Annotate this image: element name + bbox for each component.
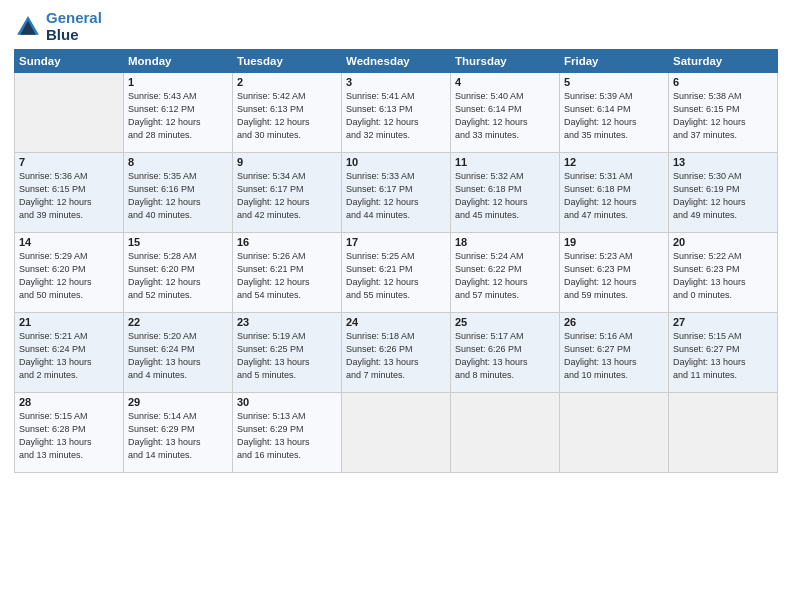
calendar-cell: 6Sunrise: 5:38 AM Sunset: 6:15 PM Daylig… — [669, 73, 778, 153]
day-info: Sunrise: 5:14 AM Sunset: 6:29 PM Dayligh… — [128, 410, 228, 462]
day-info: Sunrise: 5:33 AM Sunset: 6:17 PM Dayligh… — [346, 170, 446, 222]
logo-icon — [14, 13, 42, 41]
day-info: Sunrise: 5:29 AM Sunset: 6:20 PM Dayligh… — [19, 250, 119, 302]
header-cell-sunday: Sunday — [15, 50, 124, 73]
day-info: Sunrise: 5:18 AM Sunset: 6:26 PM Dayligh… — [346, 330, 446, 382]
day-info: Sunrise: 5:23 AM Sunset: 6:23 PM Dayligh… — [564, 250, 664, 302]
day-number: 13 — [673, 156, 773, 168]
day-info: Sunrise: 5:22 AM Sunset: 6:23 PM Dayligh… — [673, 250, 773, 302]
calendar-cell: 16Sunrise: 5:26 AM Sunset: 6:21 PM Dayli… — [233, 233, 342, 313]
calendar-cell: 11Sunrise: 5:32 AM Sunset: 6:18 PM Dayli… — [451, 153, 560, 233]
day-number: 22 — [128, 316, 228, 328]
header-cell-tuesday: Tuesday — [233, 50, 342, 73]
day-info: Sunrise: 5:38 AM Sunset: 6:15 PM Dayligh… — [673, 90, 773, 142]
calendar-cell: 4Sunrise: 5:40 AM Sunset: 6:14 PM Daylig… — [451, 73, 560, 153]
day-number: 7 — [19, 156, 119, 168]
day-number: 19 — [564, 236, 664, 248]
day-number: 26 — [564, 316, 664, 328]
calendar-cell: 24Sunrise: 5:18 AM Sunset: 6:26 PM Dayli… — [342, 313, 451, 393]
calendar-cell: 21Sunrise: 5:21 AM Sunset: 6:24 PM Dayli… — [15, 313, 124, 393]
day-info: Sunrise: 5:15 AM Sunset: 6:28 PM Dayligh… — [19, 410, 119, 462]
calendar-cell: 12Sunrise: 5:31 AM Sunset: 6:18 PM Dayli… — [560, 153, 669, 233]
calendar-week-row: 1Sunrise: 5:43 AM Sunset: 6:12 PM Daylig… — [15, 73, 778, 153]
calendar-cell: 26Sunrise: 5:16 AM Sunset: 6:27 PM Dayli… — [560, 313, 669, 393]
day-number: 15 — [128, 236, 228, 248]
day-number: 6 — [673, 76, 773, 88]
day-info: Sunrise: 5:43 AM Sunset: 6:12 PM Dayligh… — [128, 90, 228, 142]
day-info: Sunrise: 5:16 AM Sunset: 6:27 PM Dayligh… — [564, 330, 664, 382]
day-info: Sunrise: 5:13 AM Sunset: 6:29 PM Dayligh… — [237, 410, 337, 462]
calendar-cell: 10Sunrise: 5:33 AM Sunset: 6:17 PM Dayli… — [342, 153, 451, 233]
calendar-cell: 5Sunrise: 5:39 AM Sunset: 6:14 PM Daylig… — [560, 73, 669, 153]
day-number: 4 — [455, 76, 555, 88]
day-number: 21 — [19, 316, 119, 328]
day-number: 11 — [455, 156, 555, 168]
calendar-cell: 15Sunrise: 5:28 AM Sunset: 6:20 PM Dayli… — [124, 233, 233, 313]
header-cell-friday: Friday — [560, 50, 669, 73]
day-info: Sunrise: 5:25 AM Sunset: 6:21 PM Dayligh… — [346, 250, 446, 302]
day-info: Sunrise: 5:28 AM Sunset: 6:20 PM Dayligh… — [128, 250, 228, 302]
calendar-cell: 19Sunrise: 5:23 AM Sunset: 6:23 PM Dayli… — [560, 233, 669, 313]
day-number: 28 — [19, 396, 119, 408]
day-number: 9 — [237, 156, 337, 168]
day-number: 16 — [237, 236, 337, 248]
calendar-cell: 13Sunrise: 5:30 AM Sunset: 6:19 PM Dayli… — [669, 153, 778, 233]
calendar-table: SundayMondayTuesdayWednesdayThursdayFrid… — [14, 49, 778, 473]
logo: General Blue — [14, 10, 102, 43]
day-number: 3 — [346, 76, 446, 88]
page-container: General Blue SundayMondayTuesdayWednesda… — [0, 0, 792, 483]
day-info: Sunrise: 5:21 AM Sunset: 6:24 PM Dayligh… — [19, 330, 119, 382]
header: General Blue — [14, 10, 778, 43]
header-cell-monday: Monday — [124, 50, 233, 73]
calendar-cell: 25Sunrise: 5:17 AM Sunset: 6:26 PM Dayli… — [451, 313, 560, 393]
calendar-cell: 29Sunrise: 5:14 AM Sunset: 6:29 PM Dayli… — [124, 393, 233, 473]
day-number: 25 — [455, 316, 555, 328]
calendar-cell: 30Sunrise: 5:13 AM Sunset: 6:29 PM Dayli… — [233, 393, 342, 473]
calendar-cell: 8Sunrise: 5:35 AM Sunset: 6:16 PM Daylig… — [124, 153, 233, 233]
day-number: 24 — [346, 316, 446, 328]
calendar-cell: 17Sunrise: 5:25 AM Sunset: 6:21 PM Dayli… — [342, 233, 451, 313]
day-info: Sunrise: 5:40 AM Sunset: 6:14 PM Dayligh… — [455, 90, 555, 142]
calendar-cell — [342, 393, 451, 473]
day-info: Sunrise: 5:15 AM Sunset: 6:27 PM Dayligh… — [673, 330, 773, 382]
day-info: Sunrise: 5:30 AM Sunset: 6:19 PM Dayligh… — [673, 170, 773, 222]
day-number: 12 — [564, 156, 664, 168]
day-info: Sunrise: 5:34 AM Sunset: 6:17 PM Dayligh… — [237, 170, 337, 222]
day-info: Sunrise: 5:31 AM Sunset: 6:18 PM Dayligh… — [564, 170, 664, 222]
calendar-cell: 28Sunrise: 5:15 AM Sunset: 6:28 PM Dayli… — [15, 393, 124, 473]
calendar-header-row: SundayMondayTuesdayWednesdayThursdayFrid… — [15, 50, 778, 73]
calendar-cell: 18Sunrise: 5:24 AM Sunset: 6:22 PM Dayli… — [451, 233, 560, 313]
calendar-week-row: 14Sunrise: 5:29 AM Sunset: 6:20 PM Dayli… — [15, 233, 778, 313]
day-info: Sunrise: 5:26 AM Sunset: 6:21 PM Dayligh… — [237, 250, 337, 302]
day-number: 5 — [564, 76, 664, 88]
calendar-week-row: 21Sunrise: 5:21 AM Sunset: 6:24 PM Dayli… — [15, 313, 778, 393]
day-number: 29 — [128, 396, 228, 408]
header-cell-saturday: Saturday — [669, 50, 778, 73]
calendar-cell: 14Sunrise: 5:29 AM Sunset: 6:20 PM Dayli… — [15, 233, 124, 313]
calendar-cell — [15, 73, 124, 153]
day-info: Sunrise: 5:39 AM Sunset: 6:14 PM Dayligh… — [564, 90, 664, 142]
calendar-cell: 2Sunrise: 5:42 AM Sunset: 6:13 PM Daylig… — [233, 73, 342, 153]
day-number: 23 — [237, 316, 337, 328]
day-number: 8 — [128, 156, 228, 168]
calendar-cell: 23Sunrise: 5:19 AM Sunset: 6:25 PM Dayli… — [233, 313, 342, 393]
day-number: 10 — [346, 156, 446, 168]
calendar-cell — [560, 393, 669, 473]
day-number: 30 — [237, 396, 337, 408]
day-number: 17 — [346, 236, 446, 248]
day-info: Sunrise: 5:35 AM Sunset: 6:16 PM Dayligh… — [128, 170, 228, 222]
day-info: Sunrise: 5:19 AM Sunset: 6:25 PM Dayligh… — [237, 330, 337, 382]
calendar-cell: 3Sunrise: 5:41 AM Sunset: 6:13 PM Daylig… — [342, 73, 451, 153]
calendar-cell: 27Sunrise: 5:15 AM Sunset: 6:27 PM Dayli… — [669, 313, 778, 393]
calendar-cell — [451, 393, 560, 473]
calendar-cell: 20Sunrise: 5:22 AM Sunset: 6:23 PM Dayli… — [669, 233, 778, 313]
calendar-cell — [669, 393, 778, 473]
calendar-week-row: 7Sunrise: 5:36 AM Sunset: 6:15 PM Daylig… — [15, 153, 778, 233]
day-info: Sunrise: 5:20 AM Sunset: 6:24 PM Dayligh… — [128, 330, 228, 382]
calendar-cell: 22Sunrise: 5:20 AM Sunset: 6:24 PM Dayli… — [124, 313, 233, 393]
day-number: 20 — [673, 236, 773, 248]
calendar-cell: 7Sunrise: 5:36 AM Sunset: 6:15 PM Daylig… — [15, 153, 124, 233]
calendar-cell: 1Sunrise: 5:43 AM Sunset: 6:12 PM Daylig… — [124, 73, 233, 153]
day-number: 27 — [673, 316, 773, 328]
calendar-cell: 9Sunrise: 5:34 AM Sunset: 6:17 PM Daylig… — [233, 153, 342, 233]
